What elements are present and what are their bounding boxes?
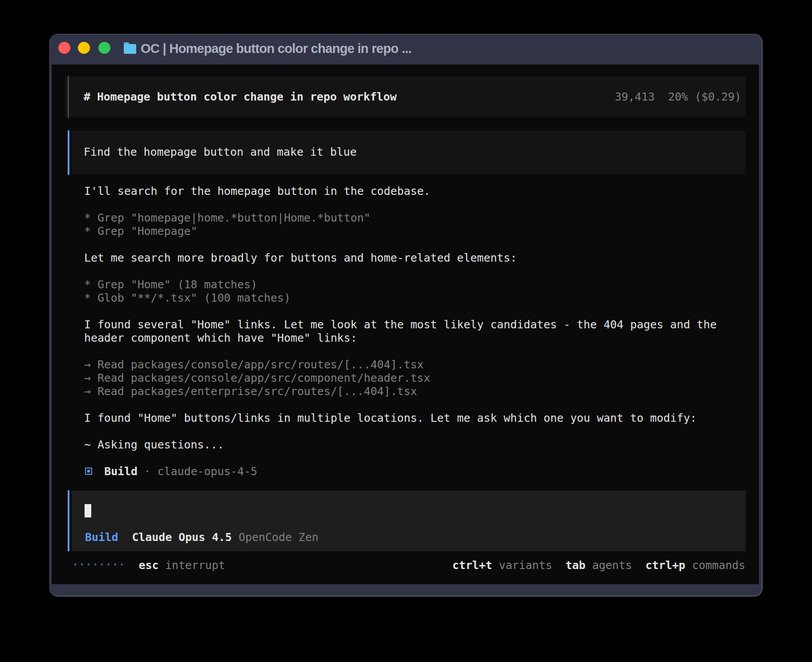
- esc-label: interrupt: [165, 559, 225, 572]
- shortcut-label-variants: variants: [499, 559, 552, 572]
- shortcut-key-variants[interactable]: ctrl+t: [452, 559, 492, 572]
- tool-call: * Glob "**/*.tsx" (100 matches): [84, 291, 291, 305]
- agent-separator: ·: [144, 465, 151, 478]
- provider-label: OpenCode Zen: [239, 531, 319, 544]
- assistant-text: I found "Home" buttons/links in multiple…: [84, 412, 697, 425]
- assistant-text: I found several "Home" links. Let me loo…: [84, 318, 717, 331]
- tool-call: * Grep "homepage|home.*button|Home.*butt…: [84, 211, 370, 225]
- tool-call-read: → Read packages/console/app/src/routes/[…: [84, 358, 424, 371]
- token-count: 39,413: [615, 90, 655, 104]
- prompt-input-border: [68, 490, 69, 551]
- tool-call-read: → Read packages/console/app/src/componen…: [84, 371, 430, 385]
- folder-icon: [124, 44, 136, 54]
- user-message-border: [68, 130, 69, 175]
- assistant-text: I'll search for the homepage button in t…: [84, 185, 430, 198]
- page: OC | Homepage button color change in rep…: [0, 0, 812, 662]
- shortcut-label-agents: agents: [592, 559, 632, 572]
- tool-call: * Grep "Home" (18 matches): [84, 278, 257, 291]
- window-title: OC | Homepage button color change in rep…: [141, 41, 411, 56]
- session-header-border: [68, 76, 69, 118]
- text-cursor: [85, 504, 91, 517]
- user-message-text: Find the homepage button and make it blu…: [84, 145, 357, 159]
- tool-call: * Grep "Homepage": [84, 225, 197, 238]
- shortcut-key-agents[interactable]: tab: [565, 559, 585, 572]
- agent-name: Build: [104, 465, 138, 478]
- agent-model: claude-opus-4-5: [158, 465, 257, 478]
- assistant-text: header component which have "Home" links…: [84, 331, 357, 345]
- session-title: # Homepage button color change in repo w…: [84, 90, 397, 104]
- mode-label[interactable]: Build: [85, 531, 118, 544]
- minimize-button[interactable]: [78, 42, 90, 54]
- agent-build-icon-core: [87, 470, 90, 472]
- tool-call-read: → Read packages/enterprise/src/routes/[.…: [84, 385, 417, 398]
- shortcut-key-commands[interactable]: ctrl+p: [646, 559, 686, 572]
- model-label[interactable]: Claude Opus 4.5: [132, 531, 231, 544]
- status-text: ~ Asking questions...: [84, 438, 224, 452]
- zoom-button[interactable]: [98, 42, 110, 54]
- assistant-text: Let me search more broadly for buttons a…: [84, 251, 517, 265]
- shortcut-label-commands: commands: [692, 559, 746, 572]
- progress-dots: ········: [71, 558, 125, 571]
- close-button[interactable]: [58, 42, 70, 54]
- esc-key[interactable]: esc: [139, 559, 159, 572]
- context-cost: 20% ($0.29): [668, 90, 742, 104]
